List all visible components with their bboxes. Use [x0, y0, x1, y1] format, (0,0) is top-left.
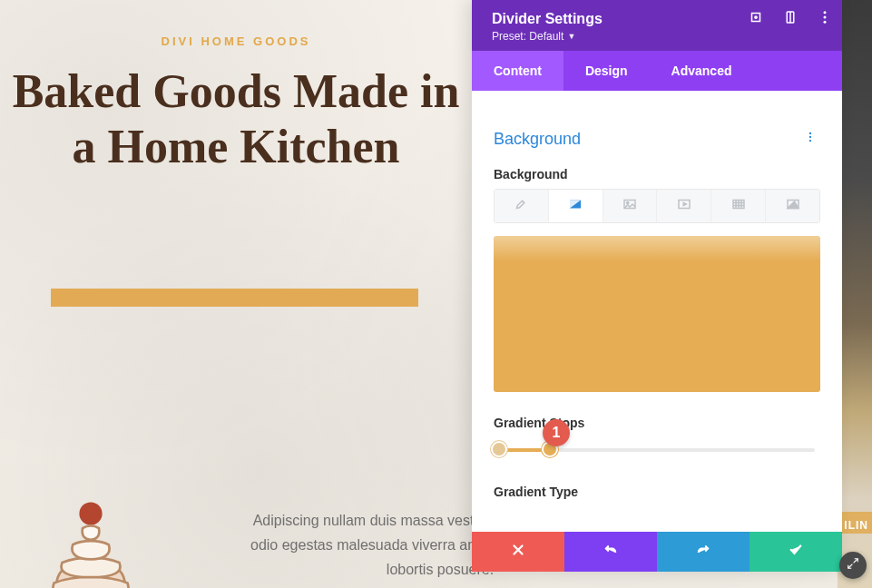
- divider-settings-panel: Divider Settings Preset: Default ▼ Conte…: [472, 0, 842, 572]
- expand-icon[interactable]: [748, 9, 764, 25]
- page-headline: Baked Goods Made in a Home Kitchen: [0, 64, 472, 175]
- section-more-icon[interactable]: [800, 127, 820, 151]
- eyebrow-text: DIVI HOME GOODS: [0, 34, 472, 48]
- svg-point-2: [755, 16, 757, 18]
- tab-content[interactable]: Content: [472, 51, 563, 91]
- svg-point-7: [824, 21, 827, 24]
- svg-point-5: [824, 11, 827, 14]
- gradient-stop-handle-1[interactable]: [491, 441, 507, 457]
- check-icon: [788, 542, 804, 562]
- redo-button[interactable]: [657, 532, 750, 572]
- svg-point-14: [627, 201, 629, 203]
- bg-tab-mask[interactable]: [766, 190, 819, 222]
- svg-marker-19: [788, 201, 799, 209]
- panel-header[interactable]: Divider Settings Preset: Default ▼: [472, 0, 842, 51]
- panel-action-bar: [472, 532, 842, 572]
- redo-icon: [695, 542, 711, 562]
- pattern-icon: [730, 196, 747, 216]
- expand-diagonal-icon: [847, 557, 859, 573]
- background-type-tabs: [494, 189, 820, 223]
- gradient-preview[interactable]: [494, 236, 820, 392]
- section-title-background[interactable]: Background: [494, 130, 581, 149]
- chevron-down-icon: ▼: [567, 32, 575, 41]
- svg-point-10: [809, 140, 811, 142]
- resize-fab[interactable]: [839, 552, 867, 579]
- bg-tab-pattern[interactable]: [711, 190, 766, 222]
- divider-module[interactable]: [51, 289, 418, 307]
- right-strip-label: ILIN: [844, 519, 868, 532]
- preset-label: Preset: Default: [492, 30, 563, 43]
- svg-point-9: [809, 136, 811, 138]
- bg-tab-video[interactable]: [657, 190, 711, 222]
- cancel-button[interactable]: [472, 532, 564, 572]
- preset-selector[interactable]: Preset: Default ▼: [492, 30, 575, 43]
- svg-point-6: [824, 16, 827, 19]
- close-icon: [510, 542, 526, 562]
- paint-icon: [513, 196, 529, 216]
- annotation-step-1: 1: [543, 419, 570, 446]
- image-icon: [622, 196, 638, 216]
- mask-icon: [785, 196, 801, 216]
- cupcake-illustration: [9, 481, 172, 588]
- bg-tab-image[interactable]: [603, 190, 658, 222]
- gradient-icon: [567, 196, 583, 216]
- video-icon: [676, 196, 692, 216]
- gradient-stops-slider[interactable]: [499, 441, 815, 459]
- tab-advanced[interactable]: Advanced: [650, 51, 754, 91]
- tab-design[interactable]: Design: [563, 51, 650, 91]
- field-label-background: Background: [494, 167, 820, 181]
- svg-point-0: [79, 502, 102, 524]
- panel-tabs: Content Design Advanced: [472, 51, 842, 91]
- svg-marker-16: [683, 203, 686, 206]
- gradient-type-label: Gradient Type: [494, 485, 820, 499]
- undo-button[interactable]: [564, 532, 657, 572]
- bg-tab-gradient[interactable]: [549, 190, 603, 222]
- bg-tab-color[interactable]: [495, 190, 549, 222]
- decorative-right-strip: [838, 0, 872, 588]
- save-button[interactable]: [750, 532, 842, 572]
- more-vertical-icon[interactable]: [817, 9, 833, 25]
- undo-icon: [603, 542, 619, 562]
- responsive-icon[interactable]: [782, 9, 799, 25]
- svg-point-8: [809, 132, 811, 134]
